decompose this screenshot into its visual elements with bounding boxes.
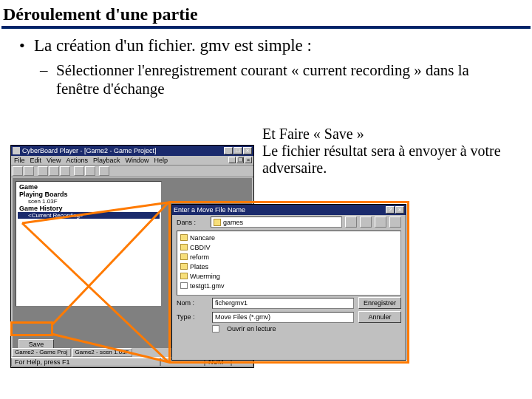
menu-actions[interactable]: Actions xyxy=(66,157,88,164)
close-button[interactable]: × xyxy=(243,147,252,154)
slide-body: La création d'un fichier. gmv est simple… xyxy=(0,36,532,98)
lookin-label: Dans : xyxy=(177,219,208,226)
list-item[interactable]: Nancare xyxy=(180,233,398,242)
dialog-close-button[interactable]: × xyxy=(395,206,404,214)
app-icon xyxy=(13,147,20,154)
tree-scenario[interactable]: scen 1.03F xyxy=(18,198,160,205)
folder-icon xyxy=(180,263,188,270)
file-name: testgt1.gmv xyxy=(190,282,225,290)
dialog-title: Enter a Move File Name xyxy=(174,206,386,214)
save-dialog: Enter a Move File Name ? × Dans : games … xyxy=(171,204,406,361)
list-item[interactable]: reform xyxy=(180,252,398,262)
tool-save-icon[interactable] xyxy=(24,166,34,176)
filetype-value: Move Files (*.gmv) xyxy=(215,313,270,321)
up-folder-icon[interactable] xyxy=(345,216,357,228)
project-tree[interactable]: Game Playing Boards scen 1.03F Game Hist… xyxy=(16,181,162,307)
menu-window[interactable]: Window xyxy=(125,157,149,164)
list-view-icon[interactable] xyxy=(375,216,386,228)
tree-root[interactable]: Game xyxy=(18,183,160,191)
filename-input[interactable]: fichergmv1 xyxy=(212,298,354,309)
bullet-level2: Sélectionner l'enregistrement courant « … xyxy=(40,61,513,98)
status-help: For Help, press F1 xyxy=(11,358,160,366)
tree-current-recording[interactable]: <Current Recording> xyxy=(18,212,160,219)
app-titlebar: CyberBoard Player - [Game2 - Game Projec… xyxy=(11,146,253,156)
list-item[interactable]: Plates xyxy=(180,262,398,271)
bullet2-text: Sélectionner l'enregistrement courant « … xyxy=(56,61,469,98)
file-name: Nancare xyxy=(190,234,215,242)
details-view-icon[interactable] xyxy=(389,216,401,228)
slide-title: Déroulement d'une partie xyxy=(0,0,532,26)
file-list[interactable]: Nancare CBDIV reform Plates Wuerming tes… xyxy=(177,231,401,296)
file-name: Plates xyxy=(190,263,208,270)
file-icon xyxy=(180,282,188,289)
mdi-controls: _ ❐ × xyxy=(228,157,252,163)
tool-cut-icon[interactable] xyxy=(38,166,48,176)
menu-help[interactable]: Help xyxy=(154,157,168,164)
readonly-checkbox[interactable] xyxy=(212,325,219,332)
bullet1-text: La création d'un fichier. gmv est simple… xyxy=(34,36,312,55)
filetype-label: Type : xyxy=(177,313,208,321)
list-item[interactable]: CBDIV xyxy=(180,242,398,252)
side-paragraph: Et Faire « Save » Le fichier résultat se… xyxy=(262,126,514,177)
mdi-tab-scenario[interactable]: Game2 - scen 1.03F xyxy=(72,348,132,357)
file-name: reform xyxy=(190,253,209,261)
lookin-value: games xyxy=(223,219,243,226)
maximize-button[interactable]: □ xyxy=(233,147,242,154)
title-underline xyxy=(1,26,531,29)
dialog-titlebar: Enter a Move File Name ? × xyxy=(172,205,406,215)
lookin-dropdown[interactable]: games xyxy=(211,216,342,228)
list-item[interactable]: testgt1.gmv xyxy=(180,281,398,290)
minimize-button[interactable]: _ xyxy=(224,147,233,154)
folder-icon xyxy=(180,253,188,260)
menu-edit[interactable]: Edit xyxy=(30,157,42,164)
mdi-minimize[interactable]: _ xyxy=(228,157,236,163)
app-title: CyberBoard Player - [Game2 - Game Projec… xyxy=(22,147,224,154)
dialog-help-button[interactable]: ? xyxy=(386,206,395,214)
tool-open-icon[interactable] xyxy=(13,166,23,176)
readonly-label: Ouvrir en lecture xyxy=(227,325,276,332)
menu-playback[interactable]: Playback xyxy=(93,157,120,164)
filetype-dropdown[interactable]: Move Files (*.gmv) xyxy=(212,312,354,323)
mdi-tab-project[interactable]: Game2 - Game Proj xyxy=(12,348,71,357)
mdi-close[interactable]: × xyxy=(245,157,252,163)
file-name: Wuerming xyxy=(190,273,220,280)
tool-play-icon[interactable] xyxy=(74,166,84,176)
menubar: File Edit View Actions Playback Window H… xyxy=(11,156,253,166)
mdi-restore[interactable]: ❐ xyxy=(236,157,244,163)
toolbar xyxy=(11,166,253,177)
list-item[interactable]: Wuerming xyxy=(180,271,398,281)
new-folder-icon[interactable] xyxy=(360,216,372,228)
menu-file[interactable]: File xyxy=(14,157,25,164)
dialog-save-button[interactable]: Enregistrer xyxy=(358,297,401,309)
tool-step-icon[interactable] xyxy=(85,166,95,176)
filename-value: fichergmv1 xyxy=(215,299,248,307)
tool-copy-icon[interactable] xyxy=(49,166,59,176)
tool-help-icon[interactable] xyxy=(99,166,109,176)
folder-icon xyxy=(180,234,188,241)
filename-label: Nom : xyxy=(177,299,208,307)
bullet-level1: La création d'un fichier. gmv est simple… xyxy=(19,36,513,98)
tree-playing-boards[interactable]: Playing Boards xyxy=(18,191,160,198)
folder-icon xyxy=(180,244,188,250)
folder-icon xyxy=(214,219,221,226)
tree-game-history[interactable]: Game History xyxy=(18,205,160,212)
menu-view[interactable]: View xyxy=(47,157,61,164)
dialog-cancel-button[interactable]: Annuler xyxy=(358,311,401,323)
folder-icon xyxy=(180,273,188,279)
tool-paste-icon[interactable] xyxy=(60,166,70,176)
file-name: CBDIV xyxy=(190,244,211,251)
